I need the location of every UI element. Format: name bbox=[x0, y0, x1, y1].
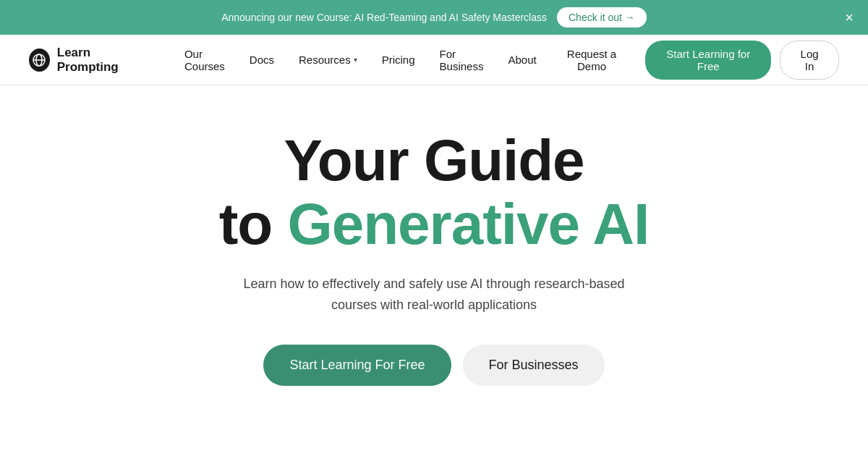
nav-right-actions: Request a Demo Start Learning for Free L… bbox=[547, 41, 839, 80]
login-button[interactable]: Log In bbox=[780, 41, 839, 80]
for-businesses-button[interactable]: For Businesses bbox=[463, 345, 605, 386]
logo-link[interactable]: Learn Prompting bbox=[29, 46, 145, 75]
nav-resources[interactable]: Resources ▾ bbox=[289, 48, 367, 72]
start-learning-hero-button[interactable]: Start Learning For Free bbox=[263, 345, 451, 386]
announcement-banner: Announcing our new Course: AI Red-Teamin… bbox=[0, 0, 868, 35]
hero-title: Your Guide to Generative AI bbox=[219, 129, 650, 256]
nav-docs[interactable]: Docs bbox=[239, 48, 284, 72]
hero-title-line2-prefix: to bbox=[219, 192, 288, 256]
hero-title-highlight: Generative AI bbox=[287, 192, 649, 256]
request-demo-button[interactable]: Request a Demo bbox=[547, 42, 637, 78]
hero-section: Your Guide to Generative AI Learn how to… bbox=[0, 85, 868, 415]
hero-subtitle: Learn how to effectively and safely use … bbox=[231, 274, 637, 316]
resources-chevron-icon: ▾ bbox=[354, 56, 357, 64]
check-it-out-button[interactable]: Check it out → bbox=[557, 7, 647, 28]
nav-links: Our Courses Docs Resources ▾ Pricing For… bbox=[174, 42, 547, 78]
nav-our-courses[interactable]: Our Courses bbox=[174, 42, 235, 78]
banner-close-button[interactable]: × bbox=[845, 10, 854, 25]
logo-icon bbox=[29, 49, 50, 72]
hero-title-line1: Your Guide bbox=[219, 129, 650, 193]
nav-about[interactable]: About bbox=[498, 48, 546, 72]
nav-for-business[interactable]: For Business bbox=[430, 42, 494, 78]
hero-buttons: Start Learning For Free For Businesses bbox=[263, 345, 604, 386]
announcement-text: Announcing our new Course: AI Red-Teamin… bbox=[221, 12, 547, 23]
logo-text: Learn Prompting bbox=[57, 46, 145, 75]
hero-title-line2: to Generative AI bbox=[219, 193, 650, 256]
start-learning-nav-button[interactable]: Start Learning for Free bbox=[645, 41, 771, 80]
nav-pricing[interactable]: Pricing bbox=[372, 48, 425, 72]
navbar: Learn Prompting Our Courses Docs Resourc… bbox=[0, 35, 868, 85]
